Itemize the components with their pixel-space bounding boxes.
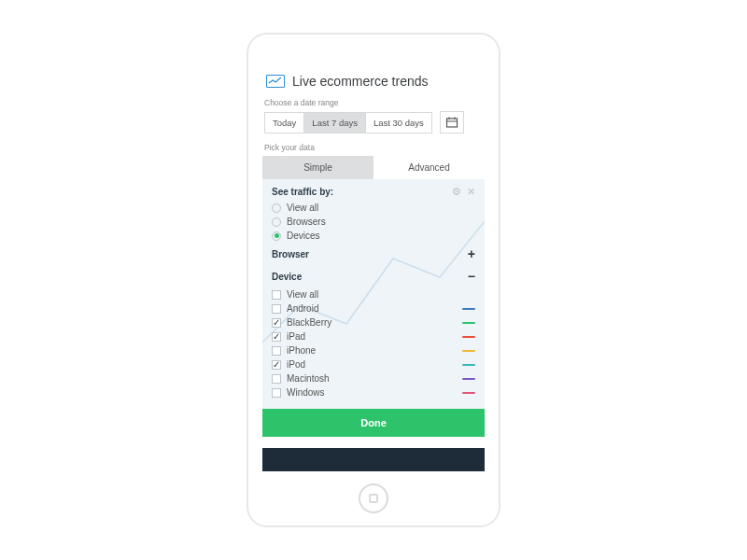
chart-icon	[266, 75, 285, 88]
date-last30[interactable]: Last 30 days	[366, 113, 431, 133]
plus-icon: +	[468, 246, 475, 261]
radio-browsers[interactable]: Browsers	[272, 215, 475, 229]
radio-devices[interactable]: Devices	[272, 229, 475, 243]
checkbox-icon	[272, 318, 281, 328]
color-swatch	[462, 378, 475, 380]
device-macintosh[interactable]: Macintosh	[272, 371, 475, 385]
calendar-button[interactable]	[440, 111, 464, 133]
pick-label: Pick your data	[262, 141, 485, 156]
device-blackberry[interactable]: BlackBerry	[272, 315, 475, 329]
close-icon[interactable]: ✕	[467, 187, 475, 197]
device-label: View all	[287, 289, 475, 300]
minus-icon: −	[468, 269, 475, 284]
radio-icon	[272, 231, 281, 241]
header: Live ecommerce trends	[262, 70, 485, 96]
settings-icon[interactable]: ⚙	[452, 187, 461, 197]
footer-map	[262, 448, 485, 471]
color-swatch	[462, 392, 475, 394]
color-swatch	[462, 350, 475, 352]
date-range-group: Today Last 7 days Last 30 days	[264, 112, 432, 133]
color-swatch	[462, 336, 475, 338]
group-device[interactable]: Device −	[272, 265, 475, 287]
date-row: Today Last 7 days Last 30 days	[262, 111, 485, 141]
device-android[interactable]: Android	[272, 301, 475, 315]
device-windows[interactable]: Windows	[272, 385, 475, 399]
device-label: iPhone	[287, 345, 462, 356]
device-ipod[interactable]: iPod	[272, 357, 475, 371]
color-swatch	[462, 364, 475, 366]
done-button[interactable]: Done	[262, 409, 485, 437]
checkbox-icon	[272, 332, 281, 342]
device-label: BlackBerry	[287, 317, 462, 328]
screen: Live ecommerce trends Choose a date rang…	[262, 70, 485, 471]
svg-rect-0	[446, 119, 457, 127]
device-label: iPad	[287, 331, 462, 342]
checkbox-icon	[272, 346, 281, 356]
date-label: Choose a date range	[262, 96, 485, 111]
device-label: iPod	[287, 359, 462, 370]
home-button-icon	[369, 494, 378, 503]
mode-tabbar: Simple Advanced	[262, 156, 485, 179]
checkbox-icon	[272, 360, 281, 370]
tab-simple[interactable]: Simple	[262, 156, 374, 179]
radio-view-all[interactable]: View all	[272, 201, 475, 215]
checkbox-icon	[272, 374, 281, 384]
page-title: Live ecommerce trends	[292, 74, 429, 89]
device-label: Windows	[287, 387, 462, 398]
group-browser[interactable]: Browser +	[272, 243, 475, 265]
radio-icon	[272, 217, 281, 227]
group-label: Browser	[272, 249, 309, 259]
color-swatch	[462, 308, 475, 310]
tab-advanced[interactable]: Advanced	[374, 156, 485, 179]
home-button[interactable]	[359, 483, 388, 513]
filter-title: See traffic by:	[272, 187, 333, 197]
checkbox-icon	[272, 388, 281, 398]
color-swatch	[462, 322, 475, 324]
date-today[interactable]: Today	[265, 113, 304, 133]
group-label: Device	[272, 272, 302, 282]
date-last7[interactable]: Last 7 days	[304, 113, 366, 133]
device-label: Macintosh	[287, 373, 462, 384]
checkbox-icon	[272, 304, 281, 314]
panel: Simple Advanced See traffic by: ⚙ ✕ View…	[262, 156, 485, 437]
device-label: Android	[287, 303, 462, 314]
radio-label: View all	[287, 203, 318, 213]
device-view-all[interactable]: View all	[272, 287, 475, 301]
phone-frame: Live ecommerce trends Choose a date rang…	[247, 33, 500, 527]
calendar-icon	[445, 116, 458, 129]
radio-icon	[272, 203, 281, 213]
device-ipad[interactable]: iPad	[272, 329, 475, 343]
checkbox-icon	[272, 290, 281, 300]
radio-label: Browsers	[287, 217, 326, 227]
radio-label: Devices	[287, 231, 320, 241]
device-iphone[interactable]: iPhone	[272, 343, 475, 357]
